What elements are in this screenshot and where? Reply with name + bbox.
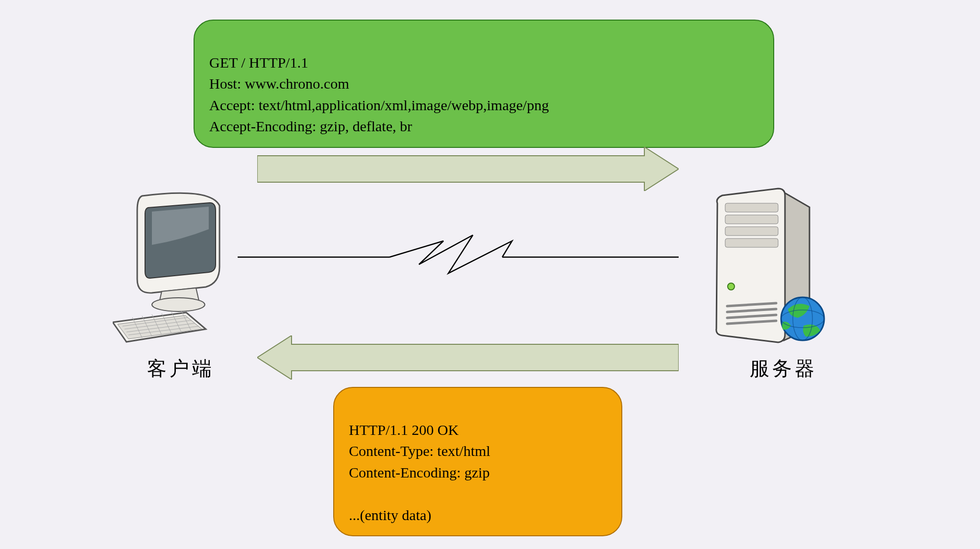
svg-rect-14 [725, 203, 778, 212]
response-arrow-icon [257, 335, 679, 380]
server-label: 服务器 [750, 355, 817, 382]
svg-rect-15 [725, 215, 778, 224]
request-line-1: GET / HTTP/1.1 [209, 54, 308, 71]
svg-rect-17 [725, 239, 778, 247]
request-line-4: Accept-Encoding: gzip, deflate, br [209, 118, 412, 134]
svg-marker-26 [257, 335, 679, 380]
svg-rect-16 [725, 227, 778, 236]
connection-zigzag-icon [238, 230, 679, 284]
response-line-1: HTTP/1.1 200 OK [349, 422, 459, 438]
diagram-canvas: GET / HTTP/1.1 Host: www.chrono.com Acce… [0, 0, 980, 549]
svg-point-23 [781, 297, 824, 340]
client-computer-icon [113, 191, 255, 353]
svg-point-1 [152, 298, 205, 311]
request-line-3: Accept: text/html,application/xml,image/… [209, 97, 549, 113]
svg-marker-0 [257, 147, 679, 191]
client-label: 客户端 [147, 355, 215, 382]
http-request-box: GET / HTTP/1.1 Host: www.chrono.com Acce… [194, 20, 774, 148]
svg-point-22 [728, 283, 735, 290]
http-response-box: HTTP/1.1 200 OK Content-Type: text/html … [333, 387, 622, 536]
request-arrow-icon [257, 147, 679, 191]
request-line-2: Host: www.chrono.com [209, 75, 349, 92]
response-line-5: ...(entity data) [349, 507, 431, 523]
server-tower-icon [696, 184, 843, 345]
response-line-2: Content-Type: text/html [349, 443, 490, 459]
response-line-3: Content-Encoding: gzip [349, 464, 490, 480]
